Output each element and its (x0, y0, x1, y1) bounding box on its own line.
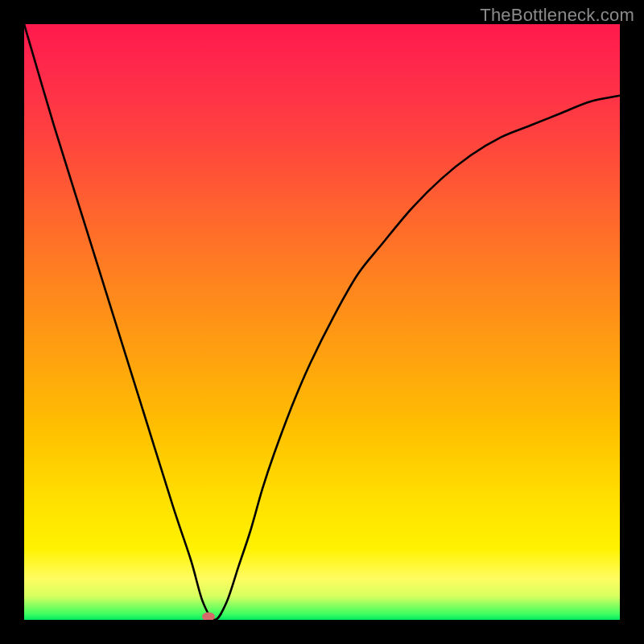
chart-frame: TheBottleneck.com (0, 0, 644, 644)
bottleneck-curve (24, 24, 620, 620)
curve-svg (24, 24, 620, 620)
plot-area (24, 24, 620, 620)
optimum-marker (202, 613, 215, 620)
watermark-label: TheBottleneck.com (480, 5, 634, 26)
